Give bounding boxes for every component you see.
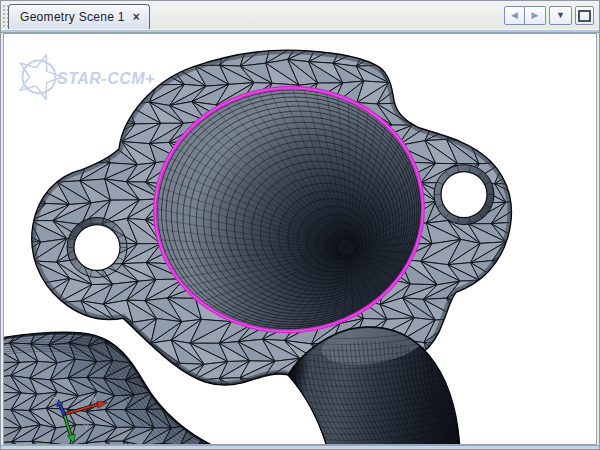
tab-bar-separator: [1, 29, 599, 33]
tab-label: Geometry Scene 1: [20, 10, 125, 24]
scroll-tabs-left-button[interactable]: ◀: [504, 6, 525, 25]
tab-bar: Geometry Scene 1 × ◀ ▶ ▼: [1, 1, 599, 29]
window-bottom-border: [1, 445, 599, 449]
axis-label-x: X: [91, 394, 97, 404]
axis-label-z: Z: [51, 395, 57, 405]
maximize-icon: [578, 10, 591, 22]
tab-close-icon[interactable]: ×: [133, 11, 140, 23]
tab-list-dropdown-button[interactable]: ▼: [549, 6, 572, 25]
maximize-button[interactable]: [575, 6, 594, 25]
scene-svg: STAR-CCM+XYZ: [4, 34, 596, 444]
axis-label-y: Y: [83, 422, 89, 432]
dropdown-arrow-icon: ▼: [556, 11, 565, 20]
svg-text:STAR-CCM+: STAR-CCM+: [57, 70, 155, 87]
scene-viewport-3d[interactable]: STAR-CCM+XYZ: [3, 33, 597, 445]
scroll-right-icon: ▶: [532, 11, 539, 20]
right-bolt-hole: [434, 165, 494, 225]
scroll-left-icon: ◀: [511, 11, 518, 20]
left-bolt-hole: [67, 218, 127, 278]
tab-scroll-group: ◀ ▶: [504, 6, 546, 25]
tab-controls: ◀ ▶ ▼: [504, 6, 594, 25]
scroll-tabs-right-button[interactable]: ▶: [525, 6, 546, 25]
geometry-scene-window: Geometry Scene 1 × ◀ ▶ ▼ STAR-CCM+XYZ: [0, 0, 600, 450]
tab-geometry-scene[interactable]: Geometry Scene 1 ×: [8, 4, 150, 29]
star-ccm-watermark-logo: STAR-CCM+: [20, 55, 155, 100]
